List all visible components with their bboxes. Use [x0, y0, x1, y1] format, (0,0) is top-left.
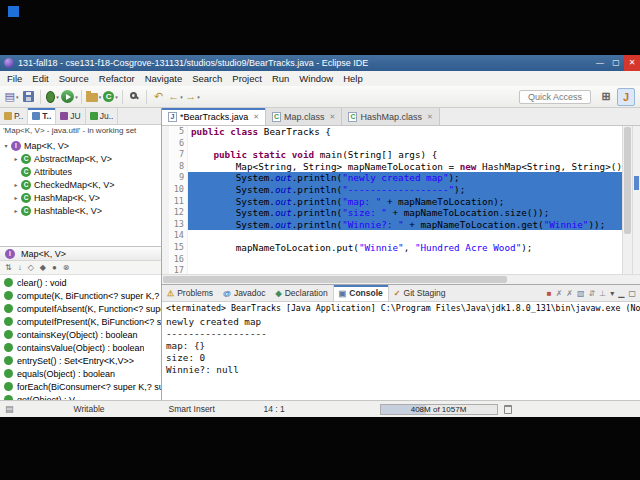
- editor-tab-map-class[interactable]: CMap.class✕: [266, 108, 342, 125]
- menu-help[interactable]: Help: [338, 73, 368, 84]
- close-tab-icon[interactable]: ✕: [253, 113, 259, 121]
- editor[interactable]: 5public class BearTracks {67 public stat…: [162, 126, 640, 274]
- member-item[interactable]: containsKey(Object) : boolean: [0, 328, 161, 341]
- member-item[interactable]: compute(K, BiFunction<? super K,? super …: [0, 289, 161, 302]
- console-tab-console[interactable]: ▣Console: [333, 285, 389, 301]
- new-wizard-icon[interactable]: ▤: [3, 88, 20, 106]
- menu-search[interactable]: Search: [187, 73, 227, 84]
- close-tab-icon[interactable]: ✕: [427, 113, 433, 121]
- show-inherited-members-icon[interactable]: ⇅: [5, 263, 12, 272]
- console-tab-javadoc[interactable]: @Javadoc: [218, 285, 270, 301]
- menu-edit[interactable]: Edit: [27, 73, 53, 84]
- heap-status-bar[interactable]: 408M of 1057M: [380, 404, 498, 415]
- sort-members-icon[interactable]: ↓: [18, 263, 22, 272]
- member-pane-header[interactable]: I Map<K, V>: [0, 246, 161, 261]
- maximize-view-icon[interactable]: ▢: [628, 289, 636, 298]
- menu-source[interactable]: Source: [54, 73, 94, 84]
- remove-all-launches-icon[interactable]: ✗: [566, 289, 573, 298]
- vertical-scrollbar-thumb[interactable]: [624, 127, 631, 234]
- terminate-icon[interactable]: ■: [547, 289, 552, 298]
- vertical-scrollbar[interactable]: [622, 126, 632, 274]
- save-icon[interactable]: [20, 88, 37, 106]
- sidebar-tab-javadoc[interactable]: Ju..: [86, 108, 119, 124]
- code-line[interactable]: 17: [162, 265, 622, 274]
- new-class-icon[interactable]: C: [102, 88, 119, 106]
- forward-icon[interactable]: →: [184, 88, 201, 106]
- editor-tab--beartracks-java[interactable]: J*BearTracks.java✕: [162, 108, 266, 125]
- code-line[interactable]: 16: [162, 254, 622, 266]
- remove-launch-icon[interactable]: ✗: [556, 289, 563, 298]
- hierarchy-item[interactable]: CAttributes: [0, 165, 161, 178]
- clear-console-icon[interactable]: ▧: [577, 289, 585, 298]
- code-line[interactable]: 11 System.out.println("map: " + mapNameT…: [162, 196, 622, 208]
- pin-console-icon[interactable]: ⊥: [599, 289, 606, 298]
- console-output[interactable]: newly created map------------------map: …: [162, 315, 640, 400]
- lock-view-icon[interactable]: ⊗: [63, 263, 70, 272]
- hide-static-members-icon[interactable]: ◆: [40, 263, 46, 272]
- code-line[interactable]: 13 System.out.println("Winnie?: " + mapN…: [162, 219, 622, 231]
- overview-ruler[interactable]: [632, 126, 640, 274]
- hierarchy-item[interactable]: ▸CCheckedMap<K, V>: [0, 178, 161, 191]
- code-line[interactable]: 6: [162, 138, 622, 150]
- menu-refactor[interactable]: Refactor: [94, 73, 140, 84]
- member-item[interactable]: entrySet() : Set<Entry<K,V>>: [0, 354, 161, 367]
- quick-access-button[interactable]: Quick Access: [519, 90, 591, 104]
- menu-file[interactable]: File: [2, 73, 27, 84]
- hierarchy-item[interactable]: ▸CHashMap<K, V>: [0, 191, 161, 204]
- titlebar[interactable]: 131-fall18 - cse131-f18-Cosgrove-131131/…: [0, 55, 640, 71]
- collapsed-arrow-icon[interactable]: ▸: [12, 207, 20, 214]
- member-item[interactable]: get(Object) : V: [0, 393, 161, 400]
- code-line[interactable]: 8 Map<String, String> mapNameToLocation …: [162, 161, 622, 173]
- run-garbage-collector-icon[interactable]: [504, 405, 512, 414]
- expanded-arrow-icon[interactable]: ▾: [2, 142, 10, 149]
- hide-nonpublic-members-icon[interactable]: ●: [52, 263, 57, 272]
- horizontal-scrollbar[interactable]: [162, 274, 640, 284]
- console-tab-declaration[interactable]: ◈Declaration: [271, 285, 333, 301]
- code-line[interactable]: 10 System.out.println("-----------------…: [162, 184, 622, 196]
- search-icon[interactable]: [126, 88, 143, 106]
- menu-navigate[interactable]: Navigate: [140, 73, 188, 84]
- new-java-project-icon[interactable]: [85, 88, 102, 106]
- hierarchy-item[interactable]: ▾IMap<K, V>: [0, 139, 161, 152]
- member-item[interactable]: computeIfAbsent(K, Function<? super K,? …: [0, 302, 161, 315]
- statusbar-menu-icon[interactable]: ▤: [5, 404, 14, 414]
- open-console-icon[interactable]: ▾: [610, 289, 614, 298]
- minimize-button[interactable]: —: [592, 55, 608, 71]
- menu-window[interactable]: Window: [294, 73, 338, 84]
- maximize-button[interactable]: ▢: [608, 55, 624, 71]
- menu-run[interactable]: Run: [267, 73, 294, 84]
- menu-project[interactable]: Project: [227, 73, 267, 84]
- close-button[interactable]: ✕: [624, 55, 640, 71]
- code-line[interactable]: 7 public static void main(String[] args)…: [162, 149, 622, 161]
- sidebar-tab-junit[interactable]: JU: [56, 108, 85, 124]
- collapsed-arrow-icon[interactable]: ▸: [12, 181, 20, 188]
- sidebar-tab-package-explorer[interactable]: P..: [0, 108, 28, 124]
- hide-fields-icon[interactable]: ◇: [28, 263, 34, 272]
- hierarchy-item[interactable]: ▸CAbstractMap<K, V>: [0, 152, 161, 165]
- close-tab-icon[interactable]: ✕: [330, 113, 336, 121]
- console-tab-git-staging[interactable]: ✓Git Staging: [389, 285, 451, 301]
- code-line[interactable]: 9 System.out.println("newly created map"…: [162, 172, 622, 184]
- scroll-lock-icon[interactable]: ⇵: [589, 289, 596, 298]
- member-item[interactable]: forEach(BiConsumer<? super K,? super V>)…: [0, 380, 161, 393]
- minimize-view-icon[interactable]: ▁: [618, 289, 624, 298]
- open-perspective-icon[interactable]: ⊞: [597, 88, 615, 106]
- member-item[interactable]: equals(Object) : boolean: [0, 367, 161, 380]
- editor-tab-hashmap-class[interactable]: CHashMap.class✕: [342, 108, 439, 125]
- member-item[interactable]: computeIfPresent(K, BiFunction<? super K…: [0, 315, 161, 328]
- sidebar-tab-type-hierarchy[interactable]: T..: [28, 108, 56, 124]
- run-icon[interactable]: [61, 88, 78, 106]
- code-line[interactable]: 5public class BearTracks {: [162, 126, 622, 138]
- code-line[interactable]: 15 mapNameToLocation.put("Winnie", "Hund…: [162, 242, 622, 254]
- console-tab-problems[interactable]: ⚠Problems: [162, 285, 218, 301]
- back-icon[interactable]: ←: [167, 88, 184, 106]
- code-line[interactable]: 12 System.out.println("size: " + mapName…: [162, 207, 622, 219]
- debug-icon[interactable]: [44, 88, 61, 106]
- member-item[interactable]: clear() : void: [0, 276, 161, 289]
- collapsed-arrow-icon[interactable]: ▸: [12, 194, 20, 201]
- last-edit-location-icon[interactable]: ↶: [150, 88, 167, 106]
- collapsed-arrow-icon[interactable]: ▸: [12, 155, 20, 162]
- code-line[interactable]: 14: [162, 230, 622, 242]
- member-item[interactable]: containsValue(Object) : boolean: [0, 341, 161, 354]
- hierarchy-item[interactable]: ▸CHashtable<K, V>: [0, 204, 161, 217]
